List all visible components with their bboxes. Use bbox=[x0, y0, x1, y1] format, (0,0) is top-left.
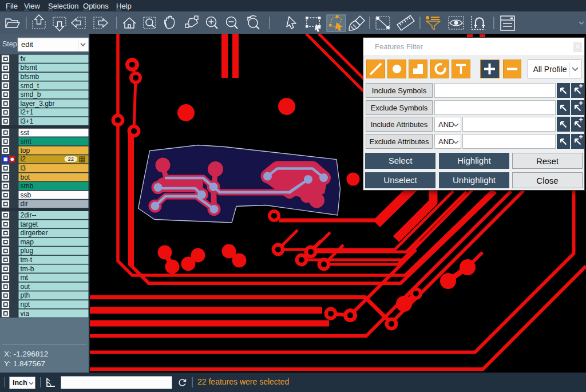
svg-text:bfsmb: bfsmb bbox=[21, 73, 39, 81]
svg-text:X: -1.296812: X: -1.296812 bbox=[4, 350, 48, 358]
svg-text:top: top bbox=[21, 146, 30, 155]
svg-text:dirgerber: dirgerber bbox=[21, 229, 48, 237]
svg-text:smd_b: smd_b bbox=[21, 90, 41, 98]
svg-text:smt: smt bbox=[21, 137, 32, 145]
svg-text:layer_3.gbr: layer_3.gbr bbox=[21, 100, 55, 108]
svg-text:map: map bbox=[21, 238, 34, 246]
svg-text:sst: sst bbox=[21, 129, 30, 137]
svg-text:bfsmt: bfsmt bbox=[21, 64, 38, 72]
svg-text:Step: Step bbox=[2, 40, 17, 48]
svg-text:bot: bot bbox=[21, 173, 30, 181]
svg-text:npt: npt bbox=[21, 300, 30, 308]
svg-text:dir: dir bbox=[21, 200, 28, 208]
svg-text:edit: edit bbox=[21, 40, 33, 49]
svg-text:l3+1: l3+1 bbox=[21, 117, 34, 125]
svg-text:mt: mt bbox=[21, 274, 29, 282]
svg-text:smd_t: smd_t bbox=[21, 82, 39, 90]
svg-text:smb: smb bbox=[21, 182, 34, 190]
svg-text:ssb: ssb bbox=[21, 191, 31, 199]
svg-text:fx: fx bbox=[21, 55, 26, 63]
svg-text:out: out bbox=[21, 283, 30, 291]
svg-text:pth: pth bbox=[21, 291, 30, 299]
svg-text:via: via bbox=[21, 310, 30, 318]
svg-text:22: 22 bbox=[68, 156, 74, 162]
svg-text:l2: l2 bbox=[21, 155, 26, 163]
svg-text:tm-b: tm-b bbox=[21, 265, 34, 273]
svg-text:plug: plug bbox=[21, 247, 34, 255]
svg-text:tm-t: tm-t bbox=[21, 256, 33, 264]
svg-text:l3: l3 bbox=[21, 164, 26, 172]
svg-text:l2+1: l2+1 bbox=[21, 108, 34, 116]
svg-text:Y: 1.847567: Y: 1.847567 bbox=[4, 359, 45, 368]
svg-text:2dir--: 2dir-- bbox=[21, 211, 37, 219]
svg-text:target: target bbox=[21, 220, 38, 228]
